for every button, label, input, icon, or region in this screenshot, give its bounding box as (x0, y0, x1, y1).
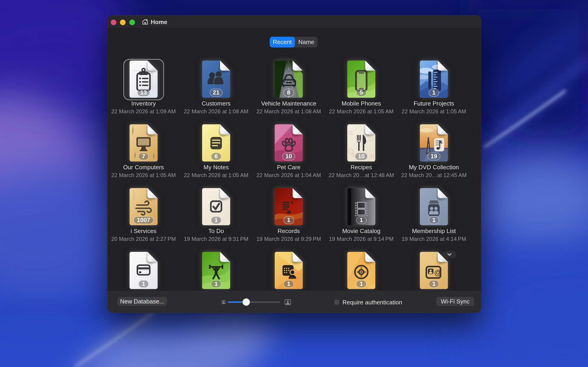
svg-text:10: 10 (358, 153, 365, 160)
svg-text:1: 1 (432, 280, 435, 287)
svg-text:6: 6 (215, 153, 218, 160)
svg-text:21: 21 (213, 89, 220, 96)
svg-text:5: 5 (360, 89, 363, 96)
svg-text:1: 1 (360, 280, 363, 287)
svg-text:@: @ (434, 268, 442, 277)
svg-text:1: 1 (142, 280, 145, 287)
svg-text:1: 1 (215, 280, 218, 287)
svg-text:1: 1 (432, 217, 435, 223)
svg-text:13: 13 (140, 89, 147, 96)
svg-text:1: 1 (287, 217, 290, 223)
svg-text:1007: 1007 (137, 217, 150, 223)
svg-text:1: 1 (287, 280, 290, 287)
svg-text:8: 8 (287, 89, 290, 96)
svg-text:1: 1 (215, 217, 218, 223)
svg-text:7: 7 (142, 153, 145, 160)
svg-text:1: 1 (360, 217, 363, 223)
svg-text:19: 19 (431, 153, 437, 160)
svg-text:1: 1 (432, 89, 435, 96)
svg-text:10: 10 (285, 153, 292, 160)
